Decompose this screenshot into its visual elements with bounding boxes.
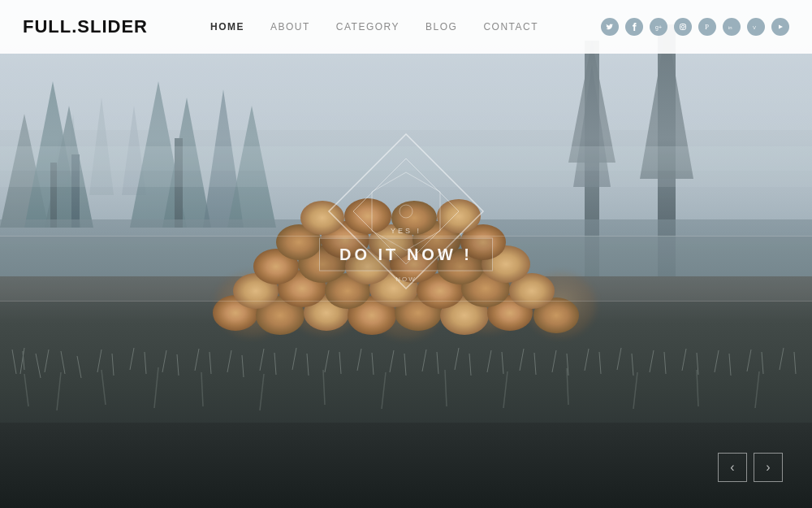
logo: FULL.SLIDER [23,16,148,37]
google-icon[interactable]: g+ [650,18,667,36]
nav-home[interactable]: HOME [210,21,244,33]
pinterest-icon[interactable]: P [698,18,716,36]
svg-text:V: V [753,25,756,30]
linkedin-icon[interactable]: in [723,18,741,36]
cta-main-text: DO IT NOW ! [319,237,493,271]
nav-contact[interactable]: CONTACT [483,21,538,33]
svg-text:g+: g+ [655,24,662,31]
svg-rect-79 [0,423,812,508]
social-icons: g+ P in V [601,18,789,36]
svg-text:in: in [728,25,732,30]
cta-sub-text: NOW [319,275,493,282]
hero-slider: Yes ! DO IT NOW ! NOW ‹ › [0,0,812,508]
cta-text: Yes ! DO IT NOW ! NOW [319,226,493,282]
nav-category[interactable]: CATEGORY [336,21,400,33]
navigation: HOME ABOUT CATEGORY BLOG CONTACT [210,21,538,33]
instagram-icon[interactable] [674,18,692,36]
svg-point-132 [400,205,412,218]
header: FULL.SLIDER HOME ABOUT CATEGORY BLOG CON… [0,0,812,54]
youtube-icon[interactable] [771,18,789,36]
nav-blog[interactable]: BLOG [425,21,457,33]
nav-about[interactable]: ABOUT [270,21,310,33]
svg-point-136 [685,24,685,25]
slider-next-button[interactable]: › [754,453,783,482]
svg-marker-140 [779,25,783,29]
svg-text:P: P [705,23,709,31]
svg-point-135 [681,25,685,28]
twitter-icon[interactable] [601,18,619,36]
cta-small-text: Yes ! [319,226,493,234]
vimeo-icon[interactable]: V [747,18,765,36]
slider-prev-button[interactable]: ‹ [718,453,747,482]
facebook-icon[interactable] [625,18,643,36]
